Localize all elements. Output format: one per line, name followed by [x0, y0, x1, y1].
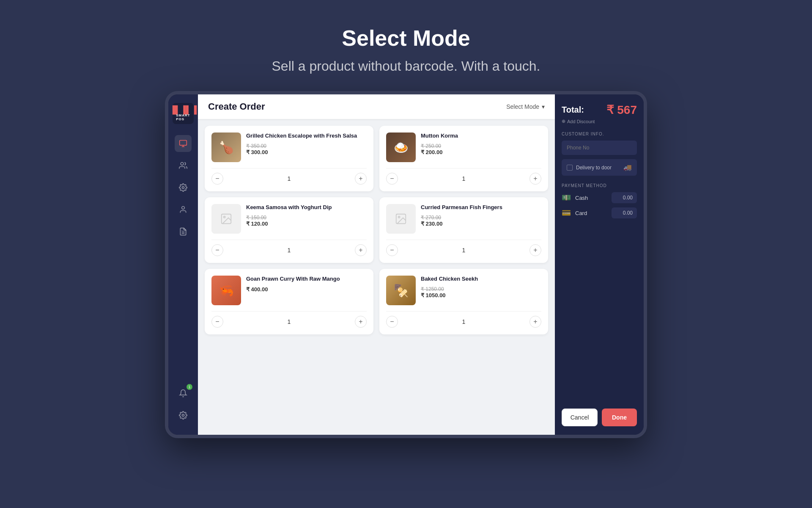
customer-info-label: CUSTOMER INFO. — [562, 132, 637, 136]
svg-point-8 — [224, 216, 225, 218]
cash-label: Cash — [575, 195, 608, 201]
quantity-value-4: 1 — [462, 247, 466, 254]
product-image-placeholder-3 — [211, 204, 241, 234]
page-title: Select Mode — [272, 25, 540, 51]
product-card-6: 🍢 Baked Chicken Seekh ₹ 1250.00 ₹ 1050.0… — [379, 269, 548, 334]
quantity-value-2: 1 — [462, 175, 466, 182]
quantity-increase-3[interactable]: + — [355, 244, 367, 256]
product-original-price-4: ₹ 270.00 — [421, 215, 541, 221]
page-subtitle: Sell a product without barcode. With a t… — [272, 58, 540, 74]
quantity-value-5: 1 — [288, 318, 291, 325]
quantity-decrease-2[interactable]: − — [386, 173, 398, 185]
quantity-increase-5[interactable]: + — [355, 316, 367, 328]
product-current-price-2: ₹ 200.00 — [421, 149, 541, 155]
sidebar-item-users[interactable] — [175, 201, 192, 218]
page-header: Select Mode Sell a product without barco… — [272, 25, 540, 74]
quantity-value-3: 1 — [288, 247, 291, 254]
main-content: Create Order Select Mode ▾ 🍗 Grilled Chi… — [198, 94, 555, 435]
card-icon: 💳 — [562, 208, 572, 218]
product-details-3: Keema Samosa with Yoghurt Dip ₹ 150.00 ₹… — [246, 204, 367, 234]
quantity-decrease-4[interactable]: − — [386, 244, 398, 256]
quantity-control-2: − 1 + — [386, 168, 541, 185]
products-area: 🍗 Grilled Chicken Escalope with Fresh Sa… — [198, 119, 555, 435]
svg-point-2 — [182, 187, 184, 189]
quantity-decrease-1[interactable]: − — [211, 173, 223, 185]
card-label: Card — [575, 210, 608, 216]
svg-point-1 — [181, 163, 184, 166]
quantity-increase-6[interactable]: + — [529, 316, 541, 328]
product-card-4: Curried Parmesan Fish Fingers ₹ 270.00 ₹… — [379, 197, 548, 263]
product-current-price-4: ₹ 230.00 — [421, 221, 541, 227]
product-details-5: Goan Prawn Curry With Raw Mango ₹ 400.00 — [246, 276, 367, 305]
select-mode-label: Select Mode — [506, 103, 539, 110]
product-name-1: Grilled Chicken Escalope with Fresh Sals… — [246, 133, 367, 140]
select-mode-button[interactable]: Select Mode ▾ — [506, 103, 545, 110]
logo-text: SMARTPOS — [176, 113, 190, 121]
chevron-down-icon: ▾ — [542, 103, 545, 110]
quantity-decrease-5[interactable]: − — [211, 316, 223, 328]
topbar: Create Order Select Mode ▾ — [198, 94, 555, 119]
quantity-increase-2[interactable]: + — [529, 173, 541, 185]
sidebar-item-notifications[interactable]: 1 — [175, 385, 192, 402]
product-image-6: 🍢 — [386, 276, 416, 305]
quantity-decrease-3[interactable]: − — [211, 244, 223, 256]
svg-rect-0 — [180, 141, 187, 146]
product-info-3: Keema Samosa with Yoghurt Dip ₹ 150.00 ₹… — [211, 204, 367, 234]
quantity-decrease-6[interactable]: − — [386, 316, 398, 328]
delivery-label: Delivery to door — [567, 165, 612, 171]
product-card-5: 🦐 Goan Prawn Curry With Raw Mango ₹ 400.… — [205, 269, 373, 334]
cancel-button[interactable]: Cancel — [562, 409, 598, 426]
quantity-control-6: − 1 + — [386, 311, 541, 328]
quantity-value-6: 1 — [462, 318, 466, 325]
sidebar-item-reports[interactable] — [175, 223, 192, 240]
total-amount: ₹ 567 — [606, 103, 637, 117]
payment-method-label: PAYMENT METHOD — [562, 183, 637, 188]
phone-input[interactable] — [562, 141, 637, 155]
quantity-value-1: 1 — [288, 175, 291, 182]
product-name-4: Curried Parmesan Fish Fingers — [421, 204, 541, 211]
delivery-truck-icon: 🚚 — [623, 163, 632, 171]
done-button[interactable]: Done — [602, 409, 637, 426]
add-discount-label: Add Discount — [567, 119, 595, 124]
sidebar: ▐▌▐▌▐ SMARTPOS — [168, 94, 198, 435]
delivery-text: Delivery to door — [576, 165, 612, 171]
card-amount-input[interactable] — [612, 207, 637, 218]
product-name-3: Keema Samosa with Yoghurt Dip — [246, 204, 367, 211]
quantity-increase-1[interactable]: + — [355, 173, 367, 185]
delivery-checkbox[interactable] — [567, 165, 573, 171]
product-image-2: 🍛 — [386, 133, 416, 162]
total-section: Total: ₹ 567 — [562, 103, 637, 117]
product-card-1: 🍗 Grilled Chicken Escalope with Fresh Sa… — [205, 126, 373, 191]
product-current-price-1: ₹ 300.00 — [246, 149, 367, 155]
product-details-2: Mutton Korma ₹ 250.00 ₹ 200.00 — [421, 133, 541, 162]
right-panel: Total: ₹ 567 ⊕ Add Discount CUSTOMER INF… — [555, 94, 644, 435]
svg-point-6 — [182, 414, 184, 417]
quantity-control-3: − 1 + — [211, 240, 367, 256]
tablet-device: ▐▌▐▌▐ SMARTPOS — [165, 91, 647, 438]
sidebar-item-pos[interactable] — [175, 135, 192, 152]
logo: ▐▌▐▌▐ SMARTPOS — [173, 103, 194, 124]
product-image-5: 🦐 — [211, 276, 241, 305]
quantity-control-5: − 1 + — [211, 311, 367, 328]
sidebar-item-config[interactable] — [175, 407, 192, 424]
svg-point-10 — [398, 216, 400, 218]
sidebar-item-orders[interactable] — [175, 157, 192, 174]
sidebar-item-settings[interactable] — [175, 179, 192, 196]
cash-icon: 💵 — [562, 193, 572, 202]
product-card-2: 🍛 Mutton Korma ₹ 250.00 ₹ 200.00 − 1 + — [379, 126, 548, 191]
plus-icon: ⊕ — [562, 119, 565, 124]
quantity-control-1: − 1 + — [211, 168, 367, 185]
quantity-control-4: − 1 + — [386, 240, 541, 256]
product-name-6: Baked Chicken Seekh — [421, 276, 541, 283]
quantity-increase-4[interactable]: + — [529, 244, 541, 256]
product-original-price-2: ₹ 250.00 — [421, 143, 541, 149]
product-details-1: Grilled Chicken Escalope with Fresh Sals… — [246, 133, 367, 162]
product-info-6: 🍢 Baked Chicken Seekh ₹ 1250.00 ₹ 1050.0… — [386, 276, 541, 305]
product-original-price-3: ₹ 150.00 — [246, 215, 367, 221]
product-current-price-5: ₹ 400.00 — [246, 286, 367, 293]
product-image-placeholder-4 — [386, 204, 416, 234]
payment-card-row: 💳 Card — [562, 207, 637, 218]
product-details-6: Baked Chicken Seekh ₹ 1250.00 ₹ 1050.00 — [421, 276, 541, 305]
cash-amount-input[interactable] — [612, 192, 637, 203]
add-discount-button[interactable]: ⊕ Add Discount — [562, 119, 637, 124]
